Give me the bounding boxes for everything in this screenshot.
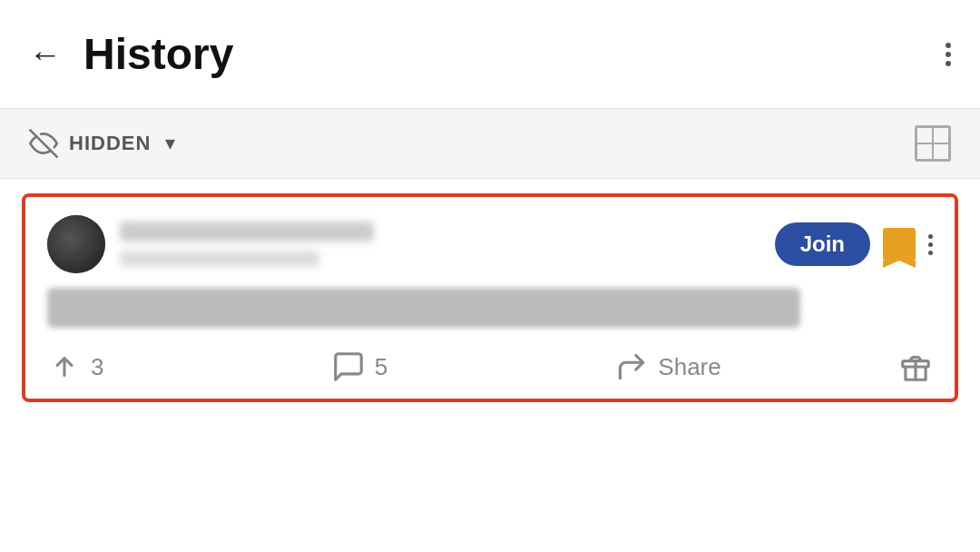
header-left: ← History [29, 29, 233, 79]
dot [946, 52, 951, 57]
grid-cell [916, 143, 933, 160]
upvote-count: 3 [91, 353, 103, 381]
avatar [47, 215, 105, 273]
join-button[interactable]: Join [775, 222, 870, 266]
page-title: History [83, 29, 233, 79]
upvote-section[interactable]: 3 [47, 350, 331, 384]
back-button[interactable]: ← [29, 38, 62, 71]
share-section[interactable]: Share [614, 350, 898, 384]
filter-left[interactable]: HIDDEN ▾ [29, 129, 175, 158]
comment-section[interactable]: 5 [331, 350, 615, 384]
grid-cell [916, 127, 933, 143]
comment-count: 5 [375, 353, 387, 381]
bookmark-icon[interactable] [883, 228, 916, 261]
dot [946, 43, 951, 48]
upvote-icon [47, 350, 82, 384]
filter-label: HIDDEN [69, 132, 151, 155]
grid-cell [933, 143, 949, 160]
eye-slash-icon [29, 129, 58, 158]
dot [928, 242, 933, 247]
dot [928, 234, 933, 239]
post-footer: 3 5 Share [47, 350, 933, 384]
grid-cell [933, 127, 949, 143]
more-vertical-icon[interactable] [946, 43, 951, 66]
grid-layout-icon[interactable] [915, 125, 951, 162]
share-label: Share [658, 353, 720, 381]
post-card: Join 3 [22, 193, 958, 402]
award-icon[interactable] [898, 350, 933, 384]
post-more-icon[interactable] [928, 234, 933, 255]
post-username [120, 222, 374, 242]
share-icon [614, 350, 649, 384]
post-header: Join [47, 215, 933, 273]
post-title [47, 288, 800, 328]
filter-bar: HIDDEN ▾ [0, 109, 980, 179]
comment-icon [331, 350, 366, 384]
post-subreddit [120, 251, 319, 267]
post-actions-right: Join [775, 222, 933, 266]
content-area: Join 3 [0, 179, 980, 417]
post-info [120, 222, 775, 267]
dot [946, 61, 951, 66]
header: ← History [0, 0, 980, 109]
avatar-image [47, 215, 105, 273]
chevron-down-icon: ▾ [165, 132, 175, 155]
dot [928, 251, 933, 255]
